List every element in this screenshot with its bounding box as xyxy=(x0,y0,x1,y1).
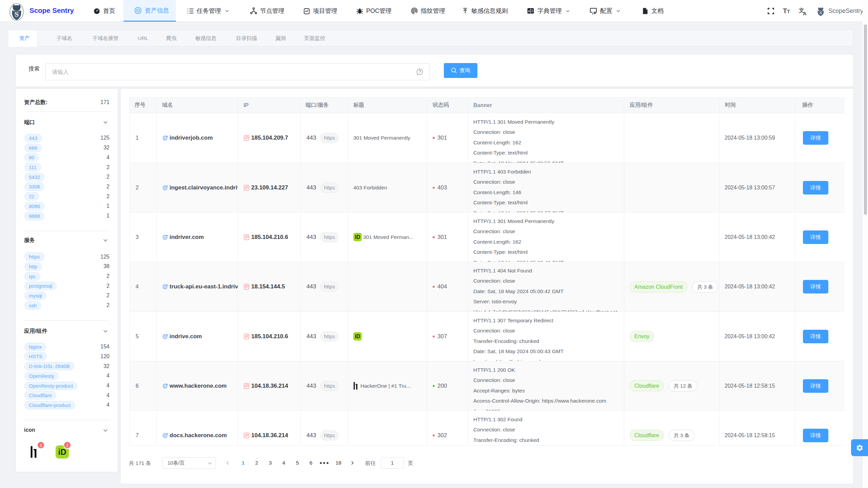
svg-text:S: S xyxy=(820,11,822,15)
svg-text:S: S xyxy=(15,10,19,18)
svg-text:A: A xyxy=(803,11,807,16)
svg-text:A: A xyxy=(528,9,530,13)
